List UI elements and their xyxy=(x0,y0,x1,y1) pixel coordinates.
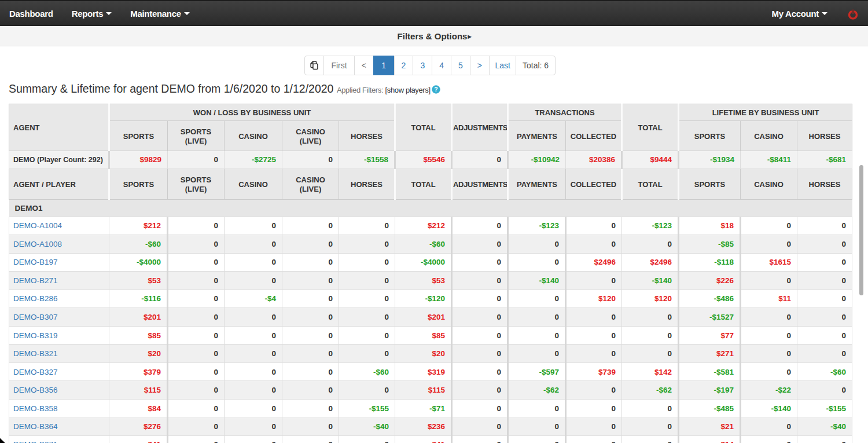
svg-text:?: ? xyxy=(434,86,437,93)
